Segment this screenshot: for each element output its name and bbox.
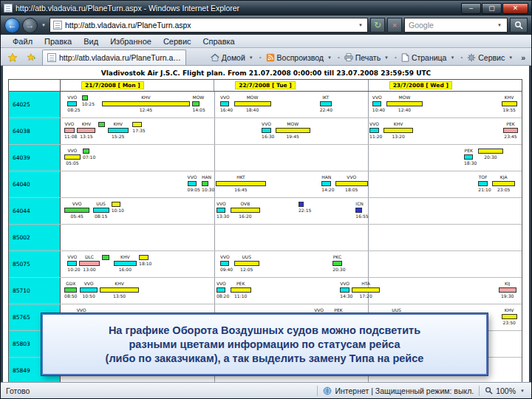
flight-bar[interactable]: VVO05:05	[64, 148, 81, 166]
flight-bar[interactable]: VVO11:08	[64, 121, 75, 140]
flight-bar-segment[interactable]	[372, 101, 381, 106]
flight-bar[interactable]: VVO10:50	[80, 281, 98, 299]
flight-bar[interactable]: VVO10:20	[67, 254, 76, 273]
flight-bar-segment[interactable]	[79, 261, 100, 266]
flight-bar-segment[interactable]	[262, 128, 270, 133]
menu-favorites[interactable]: Избранное	[104, 37, 157, 46]
flight-bar[interactable]: 20:30	[478, 148, 503, 160]
flight-bar-segment[interactable]	[321, 181, 330, 186]
flight-bar-segment[interactable]	[132, 122, 141, 127]
menu-help[interactable]: Справка	[197, 37, 241, 46]
address-url[interactable]: http://atb.vladavia.ru/PlaneTurn.aspx	[65, 21, 354, 30]
search-dropdown-icon[interactable]: ▼	[496, 23, 503, 27]
flight-bar-segment[interactable]	[202, 181, 208, 186]
flight-bar[interactable]: KJA23:05	[492, 174, 515, 193]
feeds-button[interactable]: Воспроизвод ▼	[262, 53, 337, 62]
flight-bar-segment[interactable]	[502, 314, 517, 319]
flight-bar-segment[interactable]	[220, 101, 229, 106]
flight-bar-segment[interactable]	[503, 128, 518, 133]
flight-bar-segment[interactable]	[64, 208, 89, 213]
flight-bar-segment[interactable]	[114, 261, 137, 266]
back-button[interactable]: ←	[4, 18, 20, 33]
flight-bar[interactable]: VVO11:20	[369, 121, 378, 140]
flight-bar[interactable]: GDX08:50	[64, 281, 77, 299]
flight-bar-segment[interactable]	[108, 128, 129, 133]
flight-bar[interactable]: PKC20:30	[332, 254, 341, 273]
flight-bar[interactable]: HTA17:20	[352, 281, 379, 299]
flight-bar[interactable]: VVO10:40	[372, 95, 381, 113]
flight-bar[interactable]: VVO14:30	[340, 281, 349, 299]
flight-bar-segment[interactable]	[188, 181, 197, 186]
flight-bar-segment[interactable]	[383, 128, 414, 133]
forward-button[interactable]: →	[22, 18, 38, 33]
flight-bar-segment[interactable]	[386, 101, 423, 106]
flight-bar[interactable]: HAN14:20	[321, 174, 330, 193]
flight-bar-segment[interactable]	[234, 261, 259, 266]
flight-bar-segment[interactable]	[64, 128, 75, 133]
flight-bar[interactable]	[102, 254, 109, 261]
add-favorite-button[interactable]	[23, 50, 41, 65]
search-go-button[interactable]	[510, 18, 528, 33]
maximize-button[interactable]: ▢	[482, 3, 502, 14]
flight-bar-segment[interactable]	[332, 261, 341, 266]
print-button[interactable]: Печать ▼	[341, 53, 394, 62]
flight-bar-segment[interactable]	[64, 154, 81, 160]
flight-bar-segment[interactable]	[139, 255, 148, 260]
flight-bar[interactable]: 17:35	[132, 121, 141, 134]
overflow-chevron-icon[interactable]: »	[518, 53, 528, 62]
flight-bar[interactable]: TOF21:10	[478, 174, 487, 193]
flight-bar-segment[interactable]	[100, 287, 139, 293]
flight-bar[interactable]: 22:15	[299, 201, 304, 214]
search-input[interactable]: Google	[409, 21, 496, 30]
flight-bar[interactable]: MOW19:45	[276, 121, 310, 140]
flight-bar[interactable]: HAN10:30	[202, 174, 208, 193]
flight-bar-segment[interactable]	[276, 128, 310, 133]
flight-bar[interactable]: PEK11:10	[231, 281, 251, 299]
flight-bar-segment[interactable]	[64, 287, 77, 293]
flight-bar[interactable]: MOW12:40	[386, 95, 423, 113]
flight-bar[interactable]: VVO08:20	[216, 281, 225, 299]
flight-bar[interactable]: 10:25	[82, 95, 89, 107]
flight-bar-segment[interactable]	[216, 208, 225, 213]
flight-bar-segment[interactable]	[299, 202, 304, 207]
flight-bar[interactable]: DLC13:00	[79, 254, 100, 273]
flight-bar[interactable]: VVO09:40	[220, 254, 229, 273]
flight-bar-segment[interactable]	[369, 128, 378, 133]
menu-edit[interactable]: Правка	[38, 37, 78, 46]
menu-view[interactable]: Вид	[78, 37, 104, 46]
flight-bar[interactable]: VVO05:45	[64, 201, 89, 219]
flight-bar[interactable]: VVO16:30	[262, 121, 270, 140]
flight-bar-segment[interactable]	[478, 149, 503, 154]
flight-bar-segment[interactable]	[102, 101, 190, 106]
flight-bar[interactable]: PEK23:45	[503, 121, 518, 140]
flight-bar-segment[interactable]	[80, 287, 98, 293]
flight-bar-segment[interactable]	[464, 154, 473, 160]
search-box[interactable]: Google ▼	[404, 18, 508, 33]
flight-bar[interactable]: 07:10	[83, 148, 89, 160]
flight-bar-segment[interactable]	[231, 208, 261, 213]
flight-bar[interactable]: 18:10	[139, 254, 148, 267]
flight-bar[interactable]: MOW18:40	[234, 95, 271, 113]
flight-bar[interactable]: KHV13:20	[383, 121, 414, 140]
flight-bar-segment[interactable]	[499, 287, 516, 293]
flight-bar-segment[interactable]	[234, 101, 271, 106]
flight-bar-segment[interactable]	[67, 261, 76, 266]
flight-bar-segment[interactable]	[478, 181, 487, 186]
flight-bar[interactable]: VVO09:05	[188, 174, 197, 193]
page-button[interactable]: Страница ▼	[398, 53, 460, 62]
flight-bar[interactable]: KHV19:55	[502, 95, 517, 113]
flight-bar[interactable]: VVO18:05	[335, 174, 368, 193]
flight-bar-segment[interactable]	[82, 95, 89, 100]
page-dropdown-icon[interactable]: ▼	[449, 55, 456, 60]
flight-bar-segment[interactable]	[352, 287, 379, 293]
browser-tab[interactable]: http://atb.vladavia.ru/PlaneTurn.aspx	[42, 50, 186, 65]
flight-bar-segment[interactable]	[216, 287, 225, 293]
flight-bar[interactable]: ICN16:55	[355, 201, 362, 219]
flight-bar-segment[interactable]	[216, 181, 267, 186]
flight-bar[interactable]: KIJ19:30	[499, 281, 516, 299]
flight-bar-segment[interactable]	[98, 122, 105, 127]
flight-bar[interactable]: UUS12:05	[234, 254, 259, 273]
menu-tools[interactable]: Сервис	[157, 37, 197, 46]
flight-bar[interactable]: PEK18:30	[464, 148, 473, 166]
close-button[interactable]: ✕	[502, 3, 528, 14]
